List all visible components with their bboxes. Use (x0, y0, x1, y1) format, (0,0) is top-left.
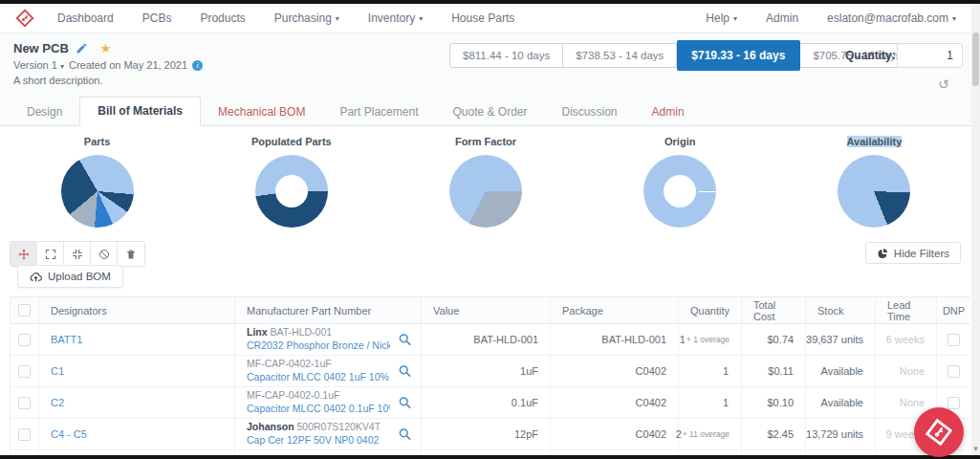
nav-user-menu[interactable]: eslaton@macrofab.com▾ (827, 11, 956, 25)
screen-bottom-border (0, 455, 980, 459)
value-cell: 0.1uF (422, 387, 551, 418)
availability-pie-chart[interactable] (838, 155, 910, 228)
nav-help[interactable]: Help▾ (706, 11, 737, 25)
table-row: BATT1 Linx BAT-HLD-001 CR2032 Phosphor B… (11, 324, 970, 356)
populated-parts-donut-chart[interactable] (255, 155, 328, 228)
part-description-link[interactable]: Cap Cer 12PF 50V NP0 0402 (247, 434, 379, 448)
delete-rows-button[interactable] (118, 242, 144, 266)
value-cell: BAT-HLD-001 (422, 324, 551, 355)
dnp-checkbox[interactable] (947, 365, 960, 378)
tab-discussion[interactable]: Discussion (545, 98, 635, 126)
search-icon[interactable] (398, 364, 412, 379)
tab-mechanical-bom[interactable]: Mechanical BOM (201, 98, 322, 126)
tab-admin[interactable]: Admin (635, 98, 702, 126)
table-header-row: Designators Manufacturer Part Number Val… (11, 296, 970, 324)
designator-link[interactable]: BATT1 (39, 324, 235, 355)
dnp-checkbox[interactable] (947, 334, 960, 346)
hide-filters-button[interactable]: Hide Filters (865, 242, 961, 264)
price-option-14-days[interactable]: $738.53 - 14 days (563, 43, 677, 68)
designator-link[interactable]: C1 (39, 356, 235, 386)
favorite-star-icon[interactable]: ★ (100, 41, 112, 55)
stock-cell: Available (806, 356, 876, 386)
macrofab-floating-badge[interactable] (914, 407, 964, 457)
stock-cell: Available (806, 387, 876, 418)
macrofab-logo-icon[interactable] (15, 9, 34, 28)
tab-bill-of-materials[interactable]: Bill of Materials (79, 97, 201, 126)
quantity-cell: 1 (679, 387, 742, 418)
move-icon (18, 249, 30, 260)
scrollbar-thumb[interactable] (972, 33, 979, 86)
parts-pie-chart[interactable] (61, 155, 134, 228)
macrofab-logo-icon (923, 416, 955, 448)
part-description-link[interactable]: Capacitor MLCC 0402 1uF 10% 16V (247, 371, 390, 384)
select-all-checkbox[interactable] (18, 304, 31, 317)
version-selector[interactable]: Version 1 ▾ (13, 59, 64, 71)
top-navbar: Dashboard PCBs Products Purchasing▾ Inve… (0, 4, 971, 33)
part-description-link[interactable]: Capacitor MLCC 0402 0.1uF 10% 16V (247, 403, 390, 416)
created-date: Created on May 21, 2021 (69, 59, 187, 71)
package-cell: BAT-HLD-001 (551, 324, 679, 355)
chart-availability: Availability (777, 126, 971, 233)
expand-rows-button[interactable] (37, 242, 64, 266)
chart-populated-parts: Populated Parts (194, 126, 388, 233)
price-option-16-days-selected[interactable]: $719.33 - 16 days (677, 40, 800, 71)
vertical-scrollbar[interactable]: ▼ (971, 4, 980, 455)
bom-filter-charts: Parts Populated Parts Form Factor Origin… (0, 126, 971, 233)
compress-icon (72, 249, 83, 260)
designator-link[interactable]: C2 (39, 387, 235, 418)
search-icon[interactable] (398, 396, 412, 410)
row-checkbox[interactable] (18, 365, 31, 378)
tab-design[interactable]: Design (10, 98, 79, 126)
quantity-cell: 1+ 1 overage (679, 324, 742, 355)
ban-icon (98, 249, 110, 260)
part-description-link[interactable]: CR2032 Phosphor Bronze / Nickel Plated 2… (247, 339, 390, 353)
form-factor-pie-chart[interactable] (449, 155, 522, 228)
move-rows-button[interactable] (11, 242, 37, 266)
nav-purchasing[interactable]: Purchasing▾ (274, 11, 339, 25)
row-checkbox[interactable] (18, 428, 31, 441)
tab-part-placement[interactable]: Part Placement (322, 98, 435, 126)
dnp-rows-button[interactable] (91, 242, 118, 266)
nav-pcbs[interactable]: PCBs (142, 11, 172, 25)
pcb-description: A short description. (13, 75, 203, 86)
edit-title-icon[interactable] (76, 42, 88, 55)
info-icon[interactable]: i (192, 60, 203, 71)
designator-link[interactable]: C4 - C5 (39, 419, 235, 449)
chart-form-factor: Form Factor (388, 126, 582, 233)
price-option-10-days[interactable]: $811.44 - 10 days (449, 43, 563, 68)
dnp-checkbox[interactable] (947, 397, 960, 409)
tab-quote-order[interactable]: Quote & Order (435, 98, 544, 126)
pcb-tabs: Design Bill of Materials Mechanical BOM … (0, 99, 971, 126)
row-checkbox[interactable] (18, 397, 31, 409)
col-quantity: Quantity (679, 297, 742, 323)
collapse-rows-button[interactable] (64, 242, 91, 266)
stock-cell: 39,637 units (806, 324, 876, 355)
total-cost-cell: $0.11 (742, 356, 806, 386)
package-cell: C0402 (551, 419, 679, 449)
screen-top-border (0, 0, 980, 4)
nav-admin[interactable]: Admin (766, 11, 798, 25)
nav-products[interactable]: Products (200, 11, 245, 25)
nav-dashboard[interactable]: Dashboard (57, 11, 114, 25)
trash-icon (125, 249, 137, 260)
search-icon[interactable] (398, 427, 412, 442)
quantity-input[interactable] (897, 43, 963, 68)
chevron-down-icon: ▾ (733, 14, 737, 23)
nav-house-parts[interactable]: House Parts (451, 11, 514, 25)
row-checkbox[interactable] (18, 334, 31, 346)
mpn-cell: Johanson 500R07S120KV4T Cap Cer 12PF 50V… (235, 419, 422, 449)
nav-inventory[interactable]: Inventory▾ (368, 11, 423, 25)
origin-donut-chart[interactable] (643, 155, 716, 228)
scrollbar-down-arrow[interactable]: ▼ (971, 445, 980, 453)
total-cost-cell: $0.74 (742, 324, 806, 355)
col-lead-time: Lead Time (876, 297, 937, 323)
page-title: New PCB (13, 41, 69, 55)
stock-cell: 13,729 units (806, 419, 876, 449)
chevron-down-icon: ▾ (419, 14, 423, 23)
chevron-down-icon: ▾ (952, 14, 956, 23)
col-total-cost: Total Cost (742, 297, 806, 323)
search-icon[interactable] (398, 333, 412, 347)
history-icon[interactable]: ↺ (938, 77, 949, 91)
quantity-cell: 2+ 11 overage (679, 419, 742, 449)
upload-bom-button[interactable]: Upload BOM (17, 265, 123, 288)
